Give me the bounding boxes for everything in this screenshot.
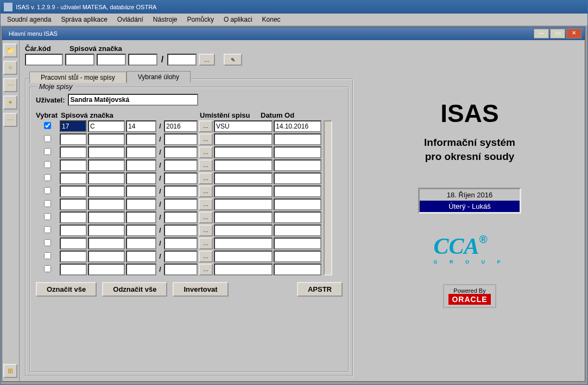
menu-nastroje[interactable]: Nástroje — [149, 15, 182, 24]
row-lookup-button[interactable]: … — [199, 198, 213, 210]
cell-f3[interactable] — [126, 264, 156, 275]
tab-moje-spisy[interactable]: Pracovní stůl - moje spisy — [29, 72, 127, 83]
grid-scrollbar[interactable] — [324, 120, 332, 275]
cell-f4[interactable] — [164, 133, 198, 145]
cell-f3[interactable] — [126, 238, 156, 249]
cell-f1[interactable] — [60, 211, 87, 223]
cell-f2[interactable] — [88, 211, 125, 223]
cell-f4[interactable] — [164, 211, 198, 223]
cell-f1[interactable] — [60, 146, 87, 158]
cell-f4[interactable] — [164, 224, 198, 236]
cell-date[interactable] — [274, 238, 321, 249]
row-lookup-button[interactable]: … — [199, 120, 213, 132]
cell-location[interactable] — [214, 224, 273, 236]
row-checkbox[interactable] — [44, 148, 51, 155]
tab-vybrane-ulohy[interactable]: Vybrané úlohy — [127, 71, 191, 82]
cell-f3[interactable] — [126, 198, 156, 210]
minimize-button[interactable]: — — [534, 29, 549, 39]
cell-f3[interactable] — [126, 211, 156, 223]
row-lookup-button[interactable]: … — [199, 146, 213, 158]
cell-f4[interactable] — [164, 198, 198, 210]
row-checkbox[interactable] — [44, 200, 51, 207]
cell-location[interactable] — [214, 264, 273, 275]
row-lookup-button[interactable]: … — [199, 224, 213, 236]
cell-f3[interactable] — [126, 224, 156, 236]
cell-f2[interactable] — [88, 251, 125, 262]
cell-f1[interactable] — [60, 224, 87, 236]
cell-date[interactable] — [274, 185, 321, 197]
cell-date[interactable] — [274, 198, 321, 210]
cell-location[interactable] — [214, 172, 273, 184]
spis-input-4[interactable] — [167, 54, 197, 66]
cell-location[interactable] — [214, 120, 273, 132]
tool-4[interactable]: ✦ — [3, 95, 17, 110]
tool-5[interactable]: ⋯ — [3, 113, 17, 127]
cell-f1[interactable] — [60, 264, 87, 275]
cell-date[interactable] — [274, 172, 321, 184]
cell-f1[interactable] — [60, 120, 87, 132]
cell-f4[interactable] — [164, 120, 198, 132]
cell-f4[interactable] — [164, 146, 198, 158]
tool-3[interactable]: ⋯ — [3, 78, 17, 92]
cell-f1[interactable] — [60, 172, 87, 184]
cell-date[interactable] — [274, 251, 321, 262]
row-lookup-button[interactable]: … — [199, 264, 213, 275]
row-lookup-button[interactable]: … — [199, 172, 213, 184]
cell-f2[interactable] — [88, 185, 125, 197]
cell-f2[interactable] — [88, 198, 125, 210]
row-checkbox[interactable] — [44, 265, 51, 272]
cell-f1[interactable] — [60, 198, 87, 210]
cell-location[interactable] — [214, 238, 273, 249]
cell-f2[interactable] — [88, 159, 125, 171]
spis-input-2[interactable] — [97, 54, 126, 66]
row-lookup-button[interactable]: … — [199, 159, 213, 171]
row-checkbox[interactable] — [44, 161, 51, 168]
cell-f3[interactable] — [126, 185, 156, 197]
row-checkbox[interactable] — [44, 252, 51, 259]
select-all-button[interactable]: Označit vše — [36, 282, 97, 297]
cell-f3[interactable] — [126, 133, 156, 145]
cell-f4[interactable] — [164, 172, 198, 184]
carkod-input[interactable] — [25, 54, 63, 66]
row-checkbox[interactable] — [44, 226, 51, 233]
cell-f1[interactable] — [60, 238, 87, 249]
row-lookup-button[interactable]: … — [199, 251, 213, 262]
tool-2[interactable]: ✧ — [3, 61, 17, 75]
cell-f4[interactable] — [164, 159, 198, 171]
cell-location[interactable] — [214, 159, 273, 171]
cell-date[interactable] — [274, 224, 321, 236]
cell-f3[interactable] — [126, 172, 156, 184]
cell-f1[interactable] — [60, 251, 87, 262]
maximize-button[interactable]: ▭ — [550, 29, 565, 39]
row-checkbox[interactable] — [44, 122, 51, 129]
menu-ovladani[interactable]: Ovládání — [113, 15, 148, 24]
apstr-button[interactable]: APSTR — [297, 282, 343, 297]
row-lookup-button[interactable]: … — [199, 238, 213, 249]
cell-f2[interactable] — [88, 172, 125, 184]
cell-f2[interactable] — [88, 238, 125, 249]
cell-f3[interactable] — [126, 120, 156, 132]
row-checkbox[interactable] — [44, 187, 51, 194]
cell-f2[interactable] — [88, 146, 125, 158]
cell-f2[interactable] — [88, 133, 125, 145]
cell-f2[interactable] — [88, 264, 125, 275]
user-field[interactable] — [68, 94, 198, 106]
spis-input-3[interactable] — [128, 54, 157, 66]
row-checkbox[interactable] — [44, 213, 51, 220]
cell-f3[interactable] — [126, 251, 156, 262]
cell-location[interactable] — [214, 185, 273, 197]
cell-location[interactable] — [214, 198, 273, 210]
cell-f4[interactable] — [164, 238, 198, 249]
tool-tree[interactable]: ⊞ — [3, 364, 17, 378]
tool-1[interactable]: 📁 — [3, 43, 17, 57]
row-lookup-button[interactable]: … — [199, 211, 213, 223]
row-checkbox[interactable] — [44, 239, 51, 246]
cell-date[interactable] — [274, 159, 321, 171]
cell-f1[interactable] — [60, 159, 87, 171]
cell-f3[interactable] — [126, 159, 156, 171]
cell-location[interactable] — [214, 251, 273, 262]
menu-konec[interactable]: Konec — [258, 15, 285, 24]
lookup-button[interactable]: … — [199, 54, 215, 66]
cell-f1[interactable] — [60, 133, 87, 145]
cell-f3[interactable] — [126, 146, 156, 158]
